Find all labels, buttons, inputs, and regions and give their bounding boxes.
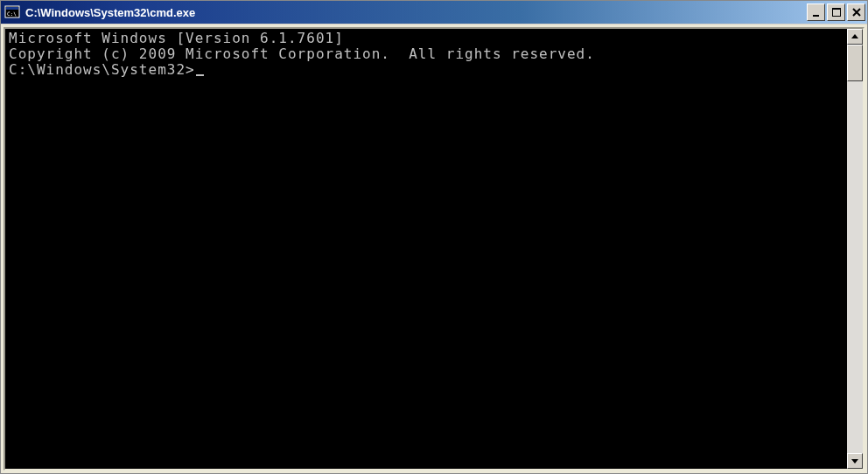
svg-rect-3: [813, 15, 819, 17]
svg-rect-1: [6, 7, 18, 10]
maximize-button[interactable]: [827, 3, 845, 21]
command-prompt-window: C:\ C:\Windows\System32\cmd.exe Microsof…: [0, 0, 868, 474]
scroll-down-button[interactable]: [847, 453, 863, 469]
svg-rect-5: [832, 8, 841, 10]
console-line: Copyright (c) 2009 Microsoft Corporation…: [9, 46, 844, 62]
caption-buttons: [805, 3, 865, 21]
console-output[interactable]: Microsoft Windows [Version 6.1.7601]Copy…: [5, 29, 847, 469]
system-menu-icon[interactable]: C:\: [4, 4, 20, 20]
console-prompt-line: C:\Windows\System32>: [9, 62, 844, 78]
console-frame: Microsoft Windows [Version 6.1.7601]Copy…: [4, 27, 864, 471]
svg-text:C:\: C:\: [7, 10, 17, 17]
scroll-track[interactable]: [847, 45, 863, 453]
scroll-up-button[interactable]: [847, 29, 863, 45]
titlebar[interactable]: C:\ C:\Windows\System32\cmd.exe: [1, 1, 867, 24]
minimize-button[interactable]: [807, 3, 825, 21]
console-line: Microsoft Windows [Version 6.1.7601]: [9, 31, 844, 46]
client-area: Microsoft Windows [Version 6.1.7601]Copy…: [1, 24, 867, 473]
scroll-thumb[interactable]: [847, 45, 863, 81]
text-cursor: [196, 74, 204, 76]
vertical-scrollbar[interactable]: [847, 29, 863, 469]
window-title: C:\Windows\System32\cmd.exe: [25, 6, 805, 19]
console-prompt: C:\Windows\System32>: [9, 61, 195, 78]
close-button[interactable]: [847, 3, 865, 21]
